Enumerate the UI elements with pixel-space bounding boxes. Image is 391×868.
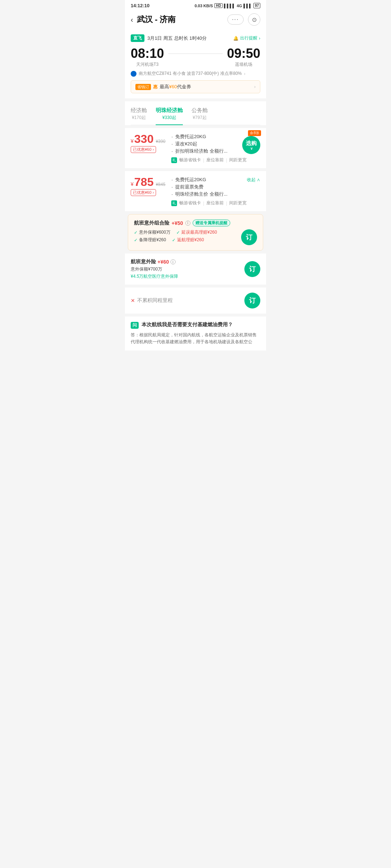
savings-text: 最高¥60代金券 (160, 84, 191, 90)
flight-tags: 直飞 3月1日 周五 总时长 1时40分 (131, 34, 207, 42)
signal-5g: ▌▌▌▌ (224, 4, 235, 8)
gift-icon: 礼 (171, 157, 177, 163)
insurance-item-return: ✓ 返航理赔¥260 (172, 237, 204, 243)
x-icon: ✕ (131, 298, 135, 303)
page-title: 武汉 - 济南 (137, 14, 176, 25)
more-options-button[interactable]: ··· (227, 14, 244, 25)
insurance-row-1: ✓ 意外保额¥600万 ✓ 延误最高理赔¥260 (134, 229, 237, 235)
discount-badge[interactable]: 已优惠¥60 › (131, 146, 156, 153)
depart-time-block: 08:10 天河机场T3 (131, 47, 164, 68)
savings-left: 省钱订 惠 最高¥60代金券 (135, 84, 191, 90)
card-tags: 礼 畅游省钱卡 | 座位靠前 | 间距更宽 (171, 157, 260, 163)
depart-airport: 天河机场T3 (131, 61, 164, 68)
insurance-order-button[interactable]: 订 (241, 229, 257, 245)
signal-4g: 4G (237, 4, 242, 8)
si-order-button[interactable]: 订 (244, 261, 260, 277)
simple-insurance-section: 航班意外险 +¥60 i 意外保额¥700万 ¥4.5万航空医疗意外保障 订 (125, 254, 266, 285)
insurance-row-2: ✓ 备降理赔¥260 ✓ 返航理赔¥260 (134, 237, 237, 243)
remaining-badge: 余8张 (248, 130, 261, 136)
savings-tag: 省钱订 (135, 84, 151, 90)
battery-indicator: 97 (253, 3, 260, 8)
price-original-2: ¥845 (156, 182, 165, 187)
tab-pearl-label: 明珠经济舱 (156, 107, 183, 114)
hd-badge: HD (214, 3, 222, 8)
insurance-delay-label: 延误最高理赔¥260 (181, 229, 217, 235)
price-left: ¥ 330 ¥390 已优惠¥60 › (131, 133, 167, 163)
tab-economy-label: 经济舱 (131, 107, 147, 114)
tab-pearl-economy[interactable]: 明珠经济舱 ¥330起 (156, 107, 183, 125)
feature-item: 提前退票免费 (171, 183, 260, 191)
tab-business[interactable]: 公务舱 ¥797起 (192, 107, 208, 125)
airline-logo (131, 71, 136, 77)
discount-badge-2[interactable]: 已优惠¥60 › (131, 189, 156, 196)
depart-time: 08:10 (131, 47, 164, 60)
faq-question: 问 本次航线我是否需要支付基建燃油费用？ (131, 322, 260, 329)
target-icon-button[interactable]: ⊙ (248, 13, 260, 26)
flight-duration-line (164, 54, 227, 54)
trip-reminder[interactable]: 🔔 出行提醒 › (233, 35, 260, 41)
gift-tag: 赠送专属乘机提醒 (193, 220, 230, 226)
arrive-time: 09:50 (227, 47, 260, 60)
arrive-time-block: 09:50 遥墙机场 (227, 47, 260, 68)
si-info-icon[interactable]: i (171, 259, 176, 264)
faq-q-icon: 问 (131, 322, 139, 329)
airline-details: 南方航空CZ8741 有小食 波音737-800(中) 准点率80% (139, 71, 242, 77)
insurance-item-delay: ✓ 延误最高理赔¥260 (176, 229, 217, 235)
card-tag-2: 间距更宽 (229, 200, 247, 206)
status-right: 0.03 KB/S HD ▌▌▌▌ 4G ▌▌▌ 97 (194, 3, 260, 8)
card-tags-2: 礼 畅游省钱卡 | 座位靠前 | 间距更宽 (171, 200, 260, 206)
tab-economy-price: ¥170起 (131, 115, 147, 121)
network-speed: 0.03 KB/S (194, 4, 213, 8)
no-mileage-text: ✕ 不累积同程里程 (131, 297, 173, 304)
airline-chevron-icon: › (244, 71, 245, 76)
insurance-price: +¥50 (172, 220, 183, 226)
insurance-return-label: 返航理赔¥260 (177, 237, 204, 243)
tab-business-price: ¥797起 (192, 115, 208, 121)
price-card-inner-2: ¥ 785 ¥845 已优惠¥60 › 免费托运20KG 提前退票免费 明珠经济… (131, 176, 260, 206)
si-title: 航班意外险 +¥60 i (131, 259, 178, 265)
bell-icon: 🔔 (233, 36, 239, 41)
tab-economy[interactable]: 经济舱 ¥170起 (131, 107, 147, 125)
signal-4g-bars: ▌▌▌ (243, 4, 252, 8)
flight-card: 直飞 3月1日 周五 总时长 1时40分 🔔 出行提醒 › 08:10 天河机场… (125, 30, 266, 98)
price-symbol-2: ¥ (131, 181, 134, 187)
direct-flight-tag: 直飞 (131, 34, 144, 42)
no-mileage-label: 不累积同程里程 (137, 297, 173, 304)
status-time: 14:12:10 (131, 3, 150, 8)
savings-banner[interactable]: 省钱订 惠 最高¥60代金券 › (131, 80, 260, 93)
insurance-item-label: 意外保额¥600万 (139, 229, 171, 235)
faq-answer: 答：根据民航局规定，针对国内航线，各航空运输企业及机票销售代理机构统一代收基建燃… (131, 332, 260, 345)
price-main: ¥ 330 ¥390 (131, 133, 167, 145)
header-left: ‹ 武汉 - 济南 (131, 14, 176, 25)
insurance-name: 航班意外组合险 (134, 220, 169, 226)
check-icon-4: ✓ (172, 238, 176, 243)
chevron-right-icon: › (259, 36, 260, 41)
price-number-2: 785 (134, 176, 154, 188)
no-mileage-section: ✕ 不累积同程里程 订 (125, 288, 266, 314)
card-tag-2: 座位靠前 (206, 200, 224, 206)
card-tag: 间距更宽 (229, 157, 247, 163)
gift-icon-2: 礼 (171, 200, 177, 206)
header-right: ··· ⊙ (227, 13, 260, 26)
price-main-2: ¥ 785 ¥845 (131, 176, 167, 188)
arrive-airport: 遥墙机场 (227, 61, 260, 68)
check-icon: ✓ (134, 230, 138, 235)
check-icon-3: ✓ (134, 238, 138, 243)
info-icon[interactable]: i (185, 221, 190, 226)
select-label: 选购 (246, 140, 257, 147)
mileage-order-button[interactable]: 订 (244, 293, 260, 309)
back-button[interactable]: ‹ (131, 16, 133, 24)
collapse-button[interactable]: 收起 ∧ (247, 177, 260, 183)
price-number: 330 (134, 133, 154, 145)
faq-question-text: 本次航线我是否需要支付基建燃油费用？ (142, 322, 233, 328)
select-buy-button[interactable]: 选购 ∨ (242, 136, 260, 154)
insurance-item-divert: ✓ 备降理赔¥260 (134, 237, 166, 243)
tab-pearl-price: ¥330起 (156, 115, 183, 121)
page-header: ‹ 武汉 - 济南 ··· ⊙ (125, 10, 266, 30)
tab-business-label: 公务舱 (192, 107, 208, 114)
feature-item: 明珠经济舱主价 全额行... (171, 191, 260, 198)
tabs-row: 经济舱 ¥170起 明珠经济舱 ¥330起 公务舱 ¥797起 (131, 107, 260, 125)
price-symbol: ¥ (131, 138, 134, 144)
insurance-body: ✓ 意外保额¥600万 ✓ 延误最高理赔¥260 ✓ 备降理赔¥260 ✓ 返航… (134, 229, 257, 245)
si-medical: ¥4.5万航空医疗意外保障 (131, 273, 178, 280)
